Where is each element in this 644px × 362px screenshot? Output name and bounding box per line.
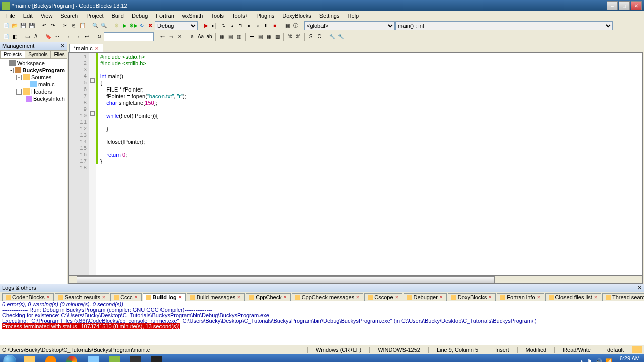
replace-icon[interactable]: 🔍: [100, 22, 108, 30]
run-icon[interactable]: ▶: [121, 22, 129, 30]
logs-tab-close-icon[interactable]: ✕: [439, 295, 443, 300]
taskbar-media[interactable]: [41, 354, 61, 362]
code-content[interactable]: #include <stdio.h>#include <stdlib.h> in…: [98, 53, 642, 275]
info-icon[interactable]: ⓘ: [292, 22, 300, 30]
hl-icon[interactable]: a: [188, 33, 196, 41]
menu-view[interactable]: View: [37, 12, 57, 20]
scope-select[interactable]: <global>: [304, 21, 395, 30]
step-into-icon[interactable]: ↳: [228, 22, 236, 30]
dock1-icon[interactable]: ▦: [218, 33, 226, 41]
word-icon[interactable]: ab: [205, 33, 213, 41]
view2-icon[interactable]: ▤: [256, 33, 264, 41]
menu-edit[interactable]: Edit: [19, 12, 37, 20]
show-diff-icon[interactable]: ◧: [11, 33, 19, 41]
undo-icon[interactable]: ↶: [40, 22, 48, 30]
logs-tab-threadsearch[interactable]: Thread search✕: [602, 293, 644, 301]
clear-icon[interactable]: ✕: [176, 33, 184, 41]
project-tree[interactable]: Workspace-BuckysProgram-Sourcesmain.c-He…: [0, 59, 67, 284]
logs-tab-buildlog[interactable]: Build log✕: [143, 293, 186, 301]
menu-fortran[interactable]: Fortran: [152, 12, 178, 20]
build-log-content[interactable]: 0 error(s), 0 warning(s) (0 minute(s), 0…: [0, 301, 644, 345]
logs-tab-close-icon[interactable]: ✕: [488, 295, 492, 300]
logs-tab-close-icon[interactable]: ✕: [237, 295, 241, 300]
tree-item[interactable]: Workspace: [1, 60, 66, 67]
menu-tools[interactable]: Tools+: [228, 12, 252, 20]
refresh-icon[interactable]: ↻: [95, 33, 103, 41]
next-line-icon[interactable]: ↴: [219, 22, 227, 30]
paste-icon[interactable]: 📋: [78, 22, 87, 30]
step-out-icon[interactable]: ↰: [236, 22, 245, 30]
wrench1-icon[interactable]: 🔧: [328, 33, 336, 41]
view3-icon[interactable]: ▦: [265, 33, 273, 41]
taskbar-console[interactable]: [146, 354, 167, 362]
logs-tab-codeblocks[interactable]: Code::Blocks✕: [2, 293, 54, 301]
code-editor[interactable]: 1 2 3 4 5 6 7 8 9 10 11 12 13 14 15 16 1…: [68, 52, 643, 276]
toggle-source-icon[interactable]: 📄: [2, 33, 10, 41]
next-instr-icon[interactable]: ▸: [245, 22, 253, 30]
tree-item[interactable]: -Headers: [1, 88, 66, 95]
dock3-icon[interactable]: ▥: [235, 33, 243, 41]
tray-clock[interactable]: 6:29 AM 8/19/2014: [615, 356, 640, 362]
sidebar-close-icon[interactable]: ✕: [60, 43, 65, 49]
build-target-select[interactable]: Debug: [155, 21, 198, 30]
taskbar-explorer[interactable]: [20, 354, 40, 362]
taskbar-codeblocks[interactable]: [104, 354, 124, 362]
rebuild-icon[interactable]: ↻: [138, 22, 146, 30]
function-select[interactable]: main() : int: [395, 21, 613, 30]
menu-settings[interactable]: Settings: [315, 12, 344, 20]
tray-action-icon[interactable]: ⚑: [587, 358, 592, 363]
comment-icon[interactable]: //: [32, 33, 40, 41]
sidebar-tab-projects[interactable]: Projects: [0, 50, 25, 58]
menu-doxyblocks[interactable]: DoxyBlocks: [278, 12, 315, 20]
tree-item[interactable]: main.c: [1, 81, 66, 88]
stop-debug-icon[interactable]: ■: [271, 22, 279, 30]
case-icon[interactable]: Aa: [197, 33, 205, 41]
back-icon[interactable]: ←: [65, 33, 73, 41]
logs-tab-close-icon[interactable]: ✕: [178, 295, 182, 300]
logs-tab-cppcheck[interactable]: CppCheck✕: [246, 293, 290, 301]
logs-tab-close-icon[interactable]: ✕: [46, 295, 50, 300]
wrench2-icon[interactable]: 🔧: [337, 33, 345, 41]
search-input[interactable]: [104, 32, 154, 41]
logs-tab-cscope[interactable]: Cscope✕: [364, 293, 402, 301]
select-icon[interactable]: ▭: [23, 33, 31, 41]
build-icon[interactable]: ⚙: [112, 22, 120, 30]
view4-icon[interactable]: ▧: [273, 33, 281, 41]
tray-up-icon[interactable]: ▲: [579, 358, 584, 362]
tree-item[interactable]: BuckysInfo.h: [1, 95, 66, 102]
menu-tools[interactable]: Tools: [207, 12, 228, 20]
menu-project[interactable]: Project: [82, 12, 107, 20]
last-jump-icon[interactable]: ↩: [83, 33, 91, 41]
prev-icon[interactable]: ⇐: [158, 33, 167, 41]
logs-tab-close-icon[interactable]: ✕: [102, 295, 106, 300]
view1-icon[interactable]: ☰: [248, 33, 256, 41]
c-icon[interactable]: C: [315, 33, 324, 41]
doxy1-icon[interactable]: ⌘: [286, 33, 294, 41]
step-instr-icon[interactable]: ▹: [254, 22, 262, 30]
debug-windows-icon[interactable]: ▦: [283, 22, 291, 30]
logs-tab-buildmessages[interactable]: Build messages✕: [187, 293, 245, 301]
menu-build[interactable]: Build: [107, 12, 127, 20]
logs-tab-debugger[interactable]: Debugger✕: [404, 293, 447, 301]
menu-help[interactable]: Help: [343, 12, 363, 20]
logs-tab-doxyblocks[interactable]: DoxyBlocks✕: [448, 293, 496, 301]
doxy2-icon[interactable]: ⌘: [294, 33, 302, 41]
open-icon[interactable]: 📂: [11, 22, 19, 30]
build-run-icon[interactable]: ⚙▶: [129, 22, 137, 30]
tree-item[interactable]: -Sources: [1, 74, 66, 81]
logs-tab-close-icon[interactable]: ✕: [537, 295, 541, 300]
sidebar-tab-symbols[interactable]: Symbols: [25, 50, 51, 58]
menu-wxsmith[interactable]: wxSmith: [178, 12, 207, 20]
find-icon[interactable]: 🔍: [91, 22, 99, 30]
sidebar-tab-files[interactable]: Files: [50, 50, 68, 58]
save-all-icon[interactable]: 💾: [28, 22, 36, 30]
menu-debug[interactable]: Debug: [128, 12, 152, 20]
abort-icon[interactable]: ✖: [146, 22, 154, 30]
logs-tab-searchresults[interactable]: Search results✕: [55, 293, 109, 301]
next-icon[interactable]: ⇒: [167, 33, 175, 41]
minimize-button[interactable]: –: [607, 1, 618, 10]
logs-tab-close-icon[interactable]: ✕: [356, 295, 360, 300]
tree-item[interactable]: -BuckysProgram: [1, 67, 66, 74]
new-file-icon[interactable]: 📄: [2, 22, 10, 30]
bookmark-icon[interactable]: 🔖: [44, 33, 52, 41]
